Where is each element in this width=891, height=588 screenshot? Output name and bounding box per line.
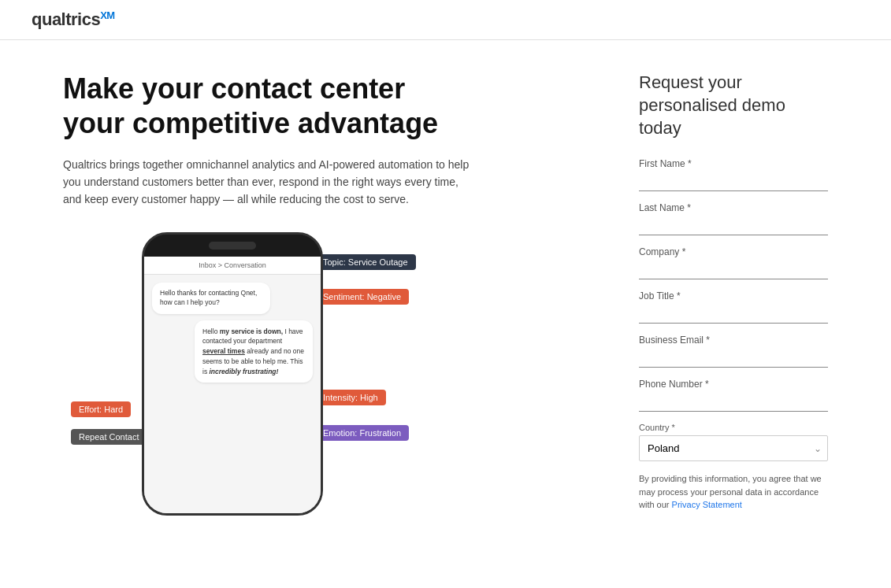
logo-main-text: qualtrics [32, 9, 100, 29]
chat-bold-1: my service is down, [220, 327, 283, 335]
phone-notch [209, 242, 256, 250]
phone-header-bar: Inbox > Conversation [144, 257, 321, 275]
phone-number-input[interactable] [639, 393, 828, 412]
country-label: Country * [639, 423, 828, 432]
chat-bold-italic: incredibly frustrating! [210, 368, 279, 375]
business-email-field: Business Email * [639, 335, 828, 368]
job-title-input[interactable] [639, 305, 828, 324]
country-select-container: Poland United States United Kingdom Germ… [639, 435, 828, 461]
chat-bold-2: several times [202, 347, 245, 355]
phone-number-field: Phone Number * [639, 379, 828, 412]
phone-screen: Inbox > Conversation Hello thanks for co… [144, 257, 321, 513]
page-description: Qualtrics brings together omnichannel an… [63, 156, 473, 209]
job-title-field: Job Title * [639, 290, 828, 324]
job-title-label: Job Title * [639, 290, 828, 301]
form-title: Request your personalised demo today [639, 72, 828, 139]
country-field: Country * Poland United States United Ki… [639, 423, 828, 461]
tag-repeat-contact: Repeat Contact [71, 429, 147, 445]
phone-notch-bar [144, 235, 321, 257]
tag-effort: Effort: Hard [71, 401, 131, 417]
mockup-area: Topic: Service Outage Sentiment: Negativ… [63, 232, 473, 523]
tag-intensity: Intensity: High [315, 390, 386, 405]
company-field: Company * [639, 246, 828, 279]
tag-emotion: Emotion: Frustration [315, 425, 409, 441]
chat-bubble-complaint: Hello my service is down, I have contact… [195, 320, 313, 383]
page-headline: Make your contact center your competitiv… [63, 72, 473, 139]
first-name-input[interactable] [639, 172, 828, 191]
privacy-link[interactable]: Privacy Statement [672, 500, 742, 509]
header: qualtricsXM [0, 0, 891, 40]
logo-xm-text: XM [100, 9, 115, 21]
privacy-text: By providing this information, you agree… [639, 472, 828, 512]
last-name-label: Last Name * [639, 202, 828, 213]
left-column: Make your contact center your competitiv… [63, 72, 592, 523]
business-email-input[interactable] [639, 349, 828, 368]
phone-chat-area: Hello thanks for contacting Qnet, how ca… [144, 275, 321, 513]
company-input[interactable] [639, 261, 828, 279]
company-label: Company * [639, 246, 828, 257]
business-email-label: Business Email * [639, 335, 828, 346]
first-name-label: First Name * [639, 158, 828, 169]
tag-sentiment: Sentiment: Negative [315, 289, 409, 305]
phone-mockup: Inbox > Conversation Hello thanks for co… [142, 232, 323, 516]
phone-number-label: Phone Number * [639, 379, 828, 390]
logo: qualtricsXM [32, 9, 115, 30]
last-name-input[interactable] [639, 216, 828, 235]
chat-bubble-greeting: Hello thanks for contacting Qnet, how ca… [152, 283, 270, 314]
first-name-field: First Name * [639, 158, 828, 191]
form-column: Request your personalised demo today Fir… [639, 72, 828, 523]
country-select[interactable]: Poland United States United Kingdom Germ… [639, 435, 828, 461]
tag-topic: Topic: Service Outage [315, 254, 416, 270]
main-layout: Make your contact center your competitiv… [0, 40, 891, 555]
last-name-field: Last Name * [639, 202, 828, 235]
